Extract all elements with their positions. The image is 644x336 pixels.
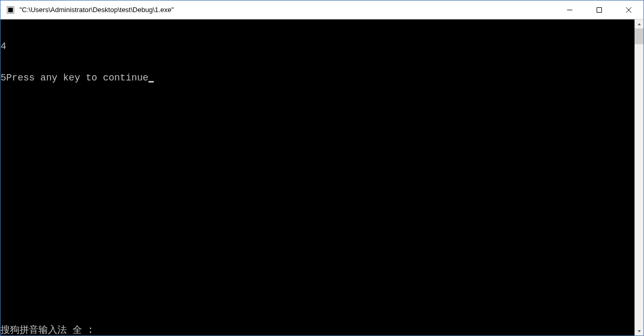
client-area: 4 5Press any key to continue 搜狗拼音输入法 全 : [1, 19, 643, 335]
maximize-button[interactable] [584, 1, 614, 19]
app-window: "C:\Users\Administrator\Desktop\test\Deb… [0, 0, 644, 336]
window-title: "C:\Users\Administrator\Desktop\test\Deb… [19, 6, 555, 14]
scrollbar-track[interactable] [635, 28, 643, 327]
scroll-up-button[interactable] [635, 19, 643, 28]
ime-status-text: 搜狗拼音输入法 全 : [1, 325, 93, 335]
titlebar[interactable]: "C:\Users\Administrator\Desktop\test\Deb… [1, 1, 643, 19]
vertical-scrollbar[interactable] [635, 19, 643, 335]
console-output[interactable]: 4 5Press any key to continue 搜狗拼音输入法 全 : [1, 19, 635, 335]
svg-rect-1 [8, 7, 13, 12]
close-button[interactable] [614, 1, 643, 19]
console-line: 4 [1, 41, 635, 52]
console-text: 5Press any key to continue [1, 73, 148, 83]
ime-status-bar: 搜狗拼音输入法 全 : [1, 325, 635, 335]
minimize-button[interactable] [555, 1, 584, 19]
scroll-down-button[interactable] [635, 327, 643, 335]
scrollbar-thumb[interactable] [635, 28, 643, 44]
console-line: 5Press any key to continue [1, 73, 635, 83]
svg-rect-3 [597, 7, 602, 12]
app-icon [6, 5, 15, 15]
text-cursor [148, 81, 154, 83]
window-controls [555, 1, 643, 19]
